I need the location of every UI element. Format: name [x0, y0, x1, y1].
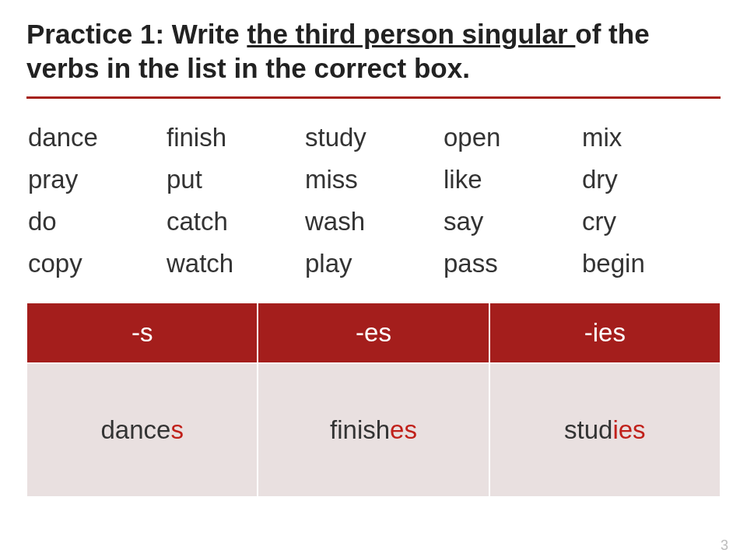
slide-title: Practice 1: Write the third person singu…	[26, 17, 721, 86]
verb-cell: wash	[305, 205, 444, 239]
table-header-es: -es	[258, 303, 489, 363]
suffix-highlight: es	[390, 415, 417, 444]
verb-cell: pass	[444, 247, 582, 281]
stem: finish	[330, 415, 390, 444]
stem: stud	[564, 415, 612, 444]
page-number: 3	[721, 537, 728, 554]
suffix-table: -s -es -ies dances finishes studies	[26, 303, 721, 497]
table-row: dances finishes studies	[26, 363, 721, 497]
stem: dance	[100, 415, 170, 444]
verb-cell: open	[444, 121, 582, 155]
verb-cell: copy	[28, 247, 167, 281]
verb-cell: do	[28, 205, 167, 239]
verb-cell: study	[305, 121, 444, 155]
cell-studies: studies	[489, 363, 721, 497]
verb-cell: put	[167, 163, 305, 197]
verb-cell: pray	[28, 163, 167, 197]
verb-cell: mix	[582, 121, 721, 155]
title-divider	[26, 96, 721, 99]
verb-cell: miss	[305, 163, 444, 197]
verb-cell: play	[305, 247, 444, 281]
verb-cell: dry	[582, 163, 721, 197]
verb-cell: like	[444, 163, 582, 197]
slide: Practice 1: Write the third person singu…	[0, 0, 747, 560]
verb-cell: say	[444, 205, 582, 239]
verb-cell: watch	[167, 247, 305, 281]
suffix-highlight: s	[170, 415, 184, 444]
verb-cell: begin	[582, 247, 721, 281]
title-prefix: Practice 1: Write	[26, 19, 247, 49]
table-header-ies: -ies	[489, 303, 721, 363]
verb-cell: cry	[582, 205, 721, 239]
suffix-highlight: ies	[612, 415, 645, 444]
title-underlined: the third person singular	[247, 19, 575, 49]
verb-cell: finish	[167, 121, 305, 155]
cell-dances: dances	[26, 363, 258, 497]
verb-cell: catch	[167, 205, 305, 239]
table-header-s: -s	[26, 303, 258, 363]
verb-cell: dance	[28, 121, 167, 155]
cell-finishes: finishes	[258, 363, 489, 497]
verb-list: dance finish study open mix pray put mis…	[26, 121, 721, 281]
table-header-row: -s -es -ies	[26, 303, 721, 363]
